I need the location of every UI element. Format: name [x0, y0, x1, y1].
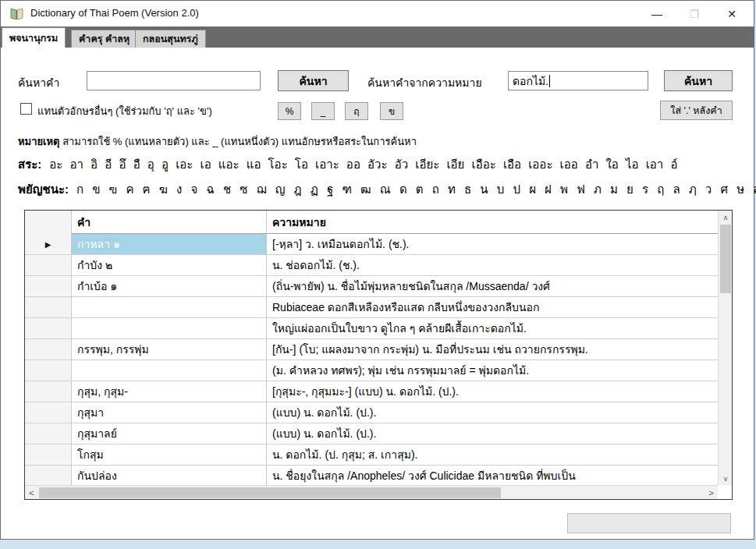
minimize-button[interactable]: — [638, 1, 676, 27]
table-row[interactable]: กำบัง ๒ น. ช่อดอกไม้. (ช.). [25, 255, 718, 276]
row-selector-cell[interactable] [25, 276, 72, 296]
wildcard-kho-button[interactable]: ข [380, 102, 403, 120]
row-selector-cell[interactable] [25, 318, 72, 338]
word-cell[interactable]: กุสุม, กุสุม- [72, 381, 267, 402]
word-cell[interactable]: โกสุม [72, 445, 267, 465]
usage-note-text: สามารถใช้ % (แทนหลายตัว) และ _ (แทนหนึ่ง… [60, 136, 417, 147]
row-selector-cell[interactable] [25, 466, 72, 485]
horizontal-scrollbar[interactable]: < > [25, 485, 718, 499]
row-selector-cell[interactable]: ▶ [25, 234, 72, 254]
table-row[interactable]: กันปล่อง น. ชื่อยุงในสกุล /Anopheles/ วง… [25, 466, 718, 485]
word-cell[interactable]: กุสุมา [72, 402, 267, 423]
meaning-cell[interactable]: น. ช่อดอกไม้. (ช.). [267, 255, 718, 275]
meaning-column-header[interactable]: ความหมาย [267, 211, 718, 234]
tab-strip: พจนานุกรม คำครุ คำลหุ กลอนสุนทรภู่ [1, 27, 754, 48]
search-meaning-label: ค้นหาคำจากความหมาย [367, 74, 482, 91]
vertical-scrollbar[interactable]: ∧ ∨ [718, 211, 732, 485]
word-column-header[interactable]: คำ [72, 211, 267, 234]
meaning-cell[interactable]: (แบบ) น. ดอกไม้. (ป.). [267, 423, 718, 444]
search-meaning-input[interactable]: ดอกไม้. [508, 71, 648, 90]
row-selector-cell[interactable] [25, 423, 72, 444]
row-selector-cell[interactable] [25, 297, 72, 317]
word-cell[interactable]: กาหลา ๑ [72, 234, 267, 254]
meaning-cell[interactable]: ใหญ่แผ่ออกเป็นใบขาว ดูไกล ๆ คล้ายผีเสื้อ… [267, 318, 718, 338]
search-meaning-button[interactable]: ค้นหา [664, 70, 733, 91]
results-table: คำ ความหมาย ▶ กาหลา ๑ [-หฺลา] ว. เหมือนด… [24, 210, 733, 500]
row-selector-cell[interactable] [25, 402, 72, 423]
wildcard-underscore-button[interactable]: _ [311, 102, 335, 120]
close-button[interactable]: ✕ [713, 1, 751, 27]
table-header: คำ ความหมาย [25, 211, 718, 234]
window-controls: — ❐ ✕ [638, 1, 751, 27]
table-row[interactable]: ใหญ่แผ่ออกเป็นใบขาว ดูไกล ๆ คล้ายผีเสื้อ… [25, 318, 718, 339]
word-cell[interactable] [72, 318, 267, 338]
vertical-scroll-thumb[interactable] [720, 225, 731, 293]
search-word-button[interactable]: ค้นหา [278, 70, 349, 91]
table-row[interactable]: กุสุม, กุสุม- [กุสุมะ-, กุสุมมะ-] (แบบ) … [25, 381, 718, 402]
scroll-right-icon[interactable]: > [705, 486, 718, 500]
progress-bar [567, 513, 731, 533]
word-cell[interactable]: กุสุมาลย์ [72, 423, 267, 444]
wildcard-ru-button[interactable]: ฤ [345, 102, 368, 120]
desktop-strip [0, 540, 756, 549]
row-selector-cell[interactable] [25, 381, 72, 402]
search-meaning-value: ดอกไม้. [513, 73, 548, 90]
app-window: Dictionary of Thai Poem (Version 2.0) — … [0, 0, 754, 540]
table-row[interactable]: โกสุม น. ดอกไม้. (ป. กุสุม; ส. เกาสุม). [25, 445, 718, 466]
table-row[interactable]: กุสุมาลย์ (แบบ) น. ดอกไม้. (ป.). [25, 423, 718, 445]
table-body: ▶ กาหลา ๑ [-หฺลา] ว. เหมือนดอกไม้. (ช.).… [25, 234, 718, 485]
tab-kham-kharu-lahu[interactable]: คำครุ คำลหุ [71, 30, 137, 48]
screen: Dictionary of Thai Poem (Version 2.0) — … [0, 0, 756, 549]
wildcard-percent-button[interactable]: % [278, 102, 301, 120]
wildcard-checkbox[interactable] [20, 103, 32, 115]
table-row[interactable]: กำเบ้อ ๑ (ถิ่น-พายัพ) น. ชื่อไม้พุ่มหลาย… [25, 276, 718, 297]
maximize-button[interactable]: ❐ [676, 1, 713, 27]
scroll-up-icon[interactable]: ∧ [719, 211, 733, 224]
scroll-left-icon[interactable]: < [25, 486, 38, 500]
meaning-cell[interactable]: น. ดอกไม้. (ป. กุสุม; ส. เกาสุม). [267, 445, 718, 465]
table-row[interactable]: กุสุมา (แบบ) น. ดอกไม้. (ป.). [25, 402, 718, 423]
usage-note: หมายเหตุ สามารถใช้ % (แทนหลายตัว) และ _ … [18, 133, 417, 150]
word-cell[interactable] [72, 297, 267, 317]
meaning-cell[interactable]: [-หฺลา] ว. เหมือนดอกไม้. (ช.). [267, 234, 718, 254]
scroll-down-icon[interactable]: ∨ [719, 472, 733, 485]
search-word-label: ค้นหาคำ [18, 74, 59, 91]
row-selector-cell[interactable] [25, 360, 72, 381]
word-cell[interactable]: กรรพุม, กรรพุ่ม [72, 339, 267, 360]
meaning-cell[interactable]: น. ชื่อยุงในสกุล /Anopheles/ วงศ์ Culici… [267, 466, 718, 485]
word-cell[interactable]: กำเบ้อ ๑ [72, 276, 267, 296]
table-row[interactable]: Rubiaceae ดอกสีเหลืองหรือแสด กลีบหนึ่งขอ… [25, 297, 718, 318]
append-dot-button[interactable]: ใส่ '.' หลังคำ [660, 101, 733, 120]
word-cell[interactable]: กันปล่อง [72, 466, 267, 485]
meaning-cell[interactable]: (แบบ) น. ดอกไม้. (ป.). [267, 402, 718, 423]
word-cell[interactable]: กำบัง ๒ [72, 255, 267, 275]
consonants-line: พยัญชนะ:ก ข ฃ ค ฅ ฆ ง จ ฉ ช ซ ฌ ญ ฎ ฏ ฐ … [18, 180, 756, 199]
usage-note-label: หมายเหตุ [18, 136, 60, 147]
word-cell[interactable] [72, 360, 267, 381]
meaning-cell[interactable]: (ม. คำหลวง ทศพร); พุ่ม เช่น กรรพุมมาลย์ … [267, 360, 718, 381]
table-row[interactable]: (ม. คำหลวง ทศพร); พุ่ม เช่น กรรพุมมาลย์ … [25, 360, 718, 381]
row-selector-header[interactable] [25, 211, 72, 234]
table-row[interactable]: กรรพุม, กรรพุ่ม [กัน-] (โบ; แผลงมาจาก กร… [25, 339, 718, 360]
vowels-list: อะ อา อิ อี อึ อื อุ อู เอะ เอ แอะ แอ โอ… [49, 158, 677, 171]
consonants-label: พยัญชนะ: [18, 182, 69, 196]
tab-dictionary[interactable]: พจนานุกรม [2, 27, 66, 48]
titlebar: Dictionary of Thai Poem (Version 2.0) — … [1, 1, 754, 27]
vowels-line: สระ:อะ อา อิ อี อึ อื อุ อู เอะ เอ แอะ แ… [18, 155, 677, 174]
tab-klon-sunthorn-phu[interactable]: กลอนสุนทรภู่ [135, 30, 206, 48]
row-selector-cell[interactable] [25, 255, 72, 275]
text-caret [549, 75, 550, 87]
meaning-cell[interactable]: [กัน-] (โบ; แผลงมาจาก กระพุ่ม) น. มือที่… [267, 339, 718, 360]
horizontal-scroll-thumb[interactable] [39, 487, 501, 498]
meaning-cell[interactable]: (ถิ่น-พายัพ) น. ชื่อไม้พุ่มหลายชนิดในสกุ… [267, 276, 718, 296]
window-title: Dictionary of Thai Poem (Version 2.0) [30, 7, 199, 19]
row-selector-cell[interactable] [25, 339, 72, 360]
search-word-input[interactable] [87, 71, 261, 90]
book-icon [9, 6, 24, 21]
row-selector-cell[interactable] [25, 445, 72, 465]
meaning-cell[interactable]: Rubiaceae ดอกสีเหลืองหรือแสด กลีบหนึ่งขอ… [267, 297, 718, 317]
vowels-label: สระ: [18, 158, 41, 171]
table-row[interactable]: ▶ กาหลา ๑ [-หฺลา] ว. เหมือนดอกไม้. (ช.). [25, 234, 718, 255]
meaning-cell[interactable]: [กุสุมะ-, กุสุมมะ-] (แบบ) น. ดอกไม้. (ป.… [267, 381, 718, 402]
wildcard-checkbox-label: แทนตัวอักษรอื่นๆ (ใช้ร่วมกับ 'ฤ' และ 'ข'… [37, 103, 212, 119]
